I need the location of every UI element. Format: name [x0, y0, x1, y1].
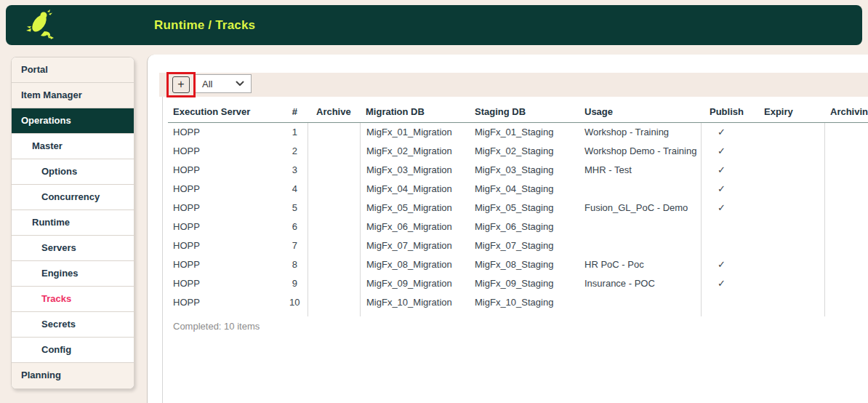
cell-usage: Insurance - POC: [579, 274, 701, 293]
cell-staging_db: MigFx_06_Staging: [469, 218, 579, 236]
column-header-migration-db[interactable]: Migration DB: [360, 106, 469, 117]
sidebar: PortalItem ManagerOperationsMasterOption…: [11, 57, 134, 389]
sidebar-item-master[interactable]: Master: [12, 134, 134, 159]
cell-num: 4: [289, 180, 308, 199]
sidebar-item-planning[interactable]: Planning: [12, 363, 134, 388]
separator-cell: [360, 312, 469, 316]
sidebar-item-engines[interactable]: Engines: [12, 261, 134, 287]
cell-archiving: [824, 142, 868, 161]
sidebar-item-options[interactable]: Options: [12, 159, 134, 185]
table-row[interactable]: HOPP3MigFx_03_MigrationMigFx_03_StagingM…: [168, 161, 868, 180]
cell-staging_db: MigFx_09_Staging: [469, 274, 579, 293]
cell-archiving: [824, 180, 868, 199]
column-header-num[interactable]: #: [289, 106, 308, 117]
cell-expiry: [757, 293, 824, 312]
table-row[interactable]: HOPP7MigFx_07_MigrationMigFx_07_Staging: [168, 236, 868, 255]
cell-num: 6: [289, 218, 308, 236]
separator-cell: [469, 312, 579, 316]
sidebar-item-concurrency[interactable]: Concurrency: [12, 185, 134, 210]
separator-cell: [168, 312, 289, 316]
cell-archiving: [824, 123, 868, 142]
cell-publish: ✓: [701, 161, 757, 180]
column-header-expiry[interactable]: Expiry: [757, 106, 824, 117]
cell-archiving: [824, 255, 868, 274]
cell-publish: ✓: [701, 255, 757, 274]
cell-usage: MHR - Test: [579, 161, 701, 180]
sidebar-item-secrets[interactable]: Secrets: [12, 312, 134, 338]
cell-publish: ✓: [701, 123, 757, 142]
cell-expiry: [757, 142, 824, 161]
separator-extension: [168, 312, 868, 316]
cell-archive: [308, 161, 360, 180]
filter-select[interactable]: All: [195, 74, 252, 93]
cell-archive: [308, 274, 360, 293]
cell-server: HOPP: [168, 236, 289, 255]
table-body: HOPP1MigFx_01_MigrationMigFx_01_StagingW…: [168, 123, 868, 316]
separator-cell: [289, 312, 308, 316]
cell-expiry: [757, 218, 824, 236]
sidebar-item-operations[interactable]: Operations: [12, 108, 134, 134]
table-row[interactable]: HOPP10MigFx_10_MigrationMigFx_10_Staging: [168, 293, 868, 312]
cell-expiry: [757, 255, 824, 274]
column-header-execution-server[interactable]: Execution Server: [168, 106, 289, 117]
cell-staging_db: MigFx_03_Staging: [469, 161, 579, 180]
cell-num: 10: [289, 293, 308, 312]
sidebar-item-runtime[interactable]: Runtime: [12, 210, 134, 236]
cell-archiving: [824, 218, 868, 236]
sidebar-item-tracks[interactable]: Tracks: [12, 287, 134, 312]
sidebar-item-item-manager[interactable]: Item Manager: [12, 83, 134, 108]
table-row[interactable]: HOPP8MigFx_08_MigrationMigFx_08_StagingH…: [168, 255, 868, 274]
cell-usage: [579, 236, 701, 255]
cell-num: 2: [289, 142, 308, 161]
cell-staging_db: MigFx_07_Staging: [469, 236, 579, 255]
cell-usage: Workshop Demo - Training: [579, 142, 701, 161]
column-header-archive[interactable]: Archive: [308, 106, 360, 117]
cell-migration_db: MigFx_07_Migration: [360, 236, 469, 255]
add-track-button[interactable]: +: [172, 76, 190, 93]
tracks-table: Execution Server#ArchiveMigration DBStag…: [162, 97, 868, 403]
table-row[interactable]: HOPP6MigFx_06_MigrationMigFx_06_Staging: [168, 218, 868, 236]
column-header-publish[interactable]: Publish: [701, 106, 757, 117]
table-row[interactable]: HOPP4MigFx_04_MigrationMigFx_04_Staging✓: [168, 180, 868, 199]
table-row[interactable]: HOPP5MigFx_05_MigrationMigFx_05_StagingF…: [168, 199, 868, 218]
table-row[interactable]: HOPP9MigFx_09_MigrationMigFx_09_StagingI…: [168, 274, 868, 293]
cell-server: HOPP: [168, 161, 289, 180]
column-header-usage[interactable]: Usage: [579, 106, 701, 117]
cell-num: 7: [289, 236, 308, 255]
cell-publish: ✓: [701, 142, 757, 161]
sidebar-item-portal[interactable]: Portal: [12, 57, 134, 83]
cell-staging_db: MigFx_05_Staging: [469, 199, 579, 218]
cell-migration_db: MigFx_03_Migration: [360, 161, 469, 180]
cell-num: 9: [289, 274, 308, 293]
filter-selected-value: All: [202, 79, 212, 89]
cell-archiving: [824, 293, 868, 312]
column-header-archiving[interactable]: Archiving: [824, 106, 868, 117]
main-panel: + All Execution Server#ArchiveMigration …: [147, 55, 868, 403]
sidebar-item-servers[interactable]: Servers: [12, 236, 134, 261]
table-row[interactable]: HOPP2MigFx_02_MigrationMigFx_02_StagingW…: [168, 142, 868, 161]
separator-cell: [579, 312, 701, 316]
column-header-staging-db[interactable]: Staging DB: [469, 106, 579, 117]
cell-num: 1: [289, 123, 308, 142]
cell-migration_db: MigFx_06_Migration: [360, 218, 469, 236]
cell-staging_db: MigFx_02_Staging: [469, 142, 579, 161]
table-row[interactable]: HOPP1MigFx_01_MigrationMigFx_01_StagingW…: [168, 123, 868, 142]
cell-usage: HR PoC - Poc: [579, 255, 701, 274]
cell-publish: ✓: [701, 180, 757, 199]
cell-usage: [579, 180, 701, 199]
separator-cell: [824, 312, 868, 316]
cell-usage: [579, 218, 701, 236]
cell-expiry: [757, 199, 824, 218]
cell-usage: [579, 293, 701, 312]
cell-publish: ✓: [701, 199, 757, 218]
cell-expiry: [757, 161, 824, 180]
cell-migration_db: MigFx_10_Migration: [360, 293, 469, 312]
cell-staging_db: MigFx_08_Staging: [469, 255, 579, 274]
cell-server: HOPP: [168, 274, 289, 293]
cell-server: HOPP: [168, 255, 289, 274]
cell-archive: [308, 142, 360, 161]
cell-migration_db: MigFx_02_Migration: [360, 142, 469, 161]
cell-archive: [308, 293, 360, 312]
sidebar-item-config[interactable]: Config: [12, 338, 134, 363]
app-header: Runtime / Tracks: [6, 5, 862, 45]
